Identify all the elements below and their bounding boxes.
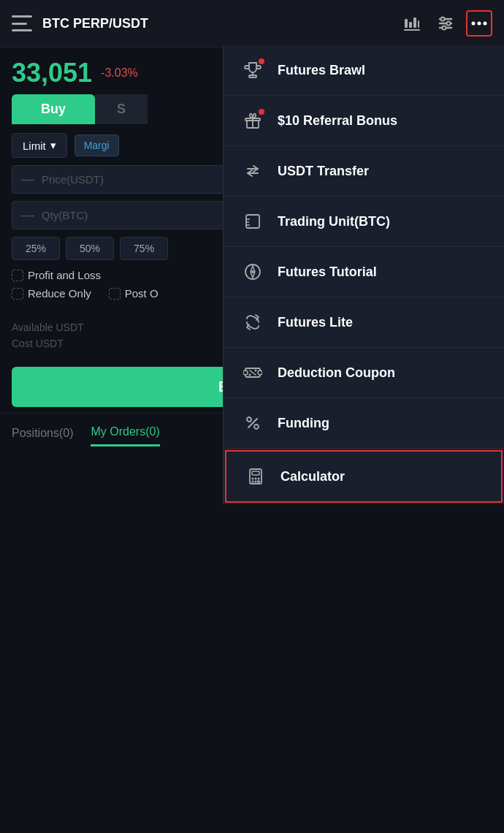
svg-line-30 (250, 370, 256, 375)
svg-point-40 (258, 478, 260, 480)
buy-tab[interactable]: Buy (12, 94, 95, 124)
svg-rect-2 (413, 18, 416, 28)
pct-50-btn[interactable]: 50% (66, 237, 114, 260)
referral-bonus-label: $10 Referral Bonus (278, 113, 397, 129)
sell-tab[interactable]: S (95, 94, 148, 124)
calculator-label: Calculator (280, 469, 345, 484)
futures-brawl-icon (241, 58, 264, 82)
qty-label: Qty(BTC) (42, 209, 88, 221)
funding-label: Funding (278, 416, 329, 431)
svg-line-33 (248, 419, 257, 427)
dropdown-item-futures-tutorial[interactable]: Futures Tutorial (224, 247, 504, 297)
post-only-checkbox-item[interactable]: Post O (109, 287, 159, 300)
dropdown-item-calculator[interactable]: Calculator (225, 450, 503, 503)
post-only-label: Post O (125, 287, 159, 300)
futures-lite-label: Futures Lite (278, 315, 353, 330)
svg-rect-4 (404, 29, 420, 31)
usdt-transfer-label: USDT Transfer (278, 164, 369, 179)
profit-loss-checkbox[interactable] (12, 270, 23, 281)
calculator-icon (244, 465, 267, 488)
futures-lite-icon (241, 311, 264, 334)
dropdown-item-futures-brawl[interactable]: Futures Brawl (224, 45, 504, 96)
svg-point-29 (258, 370, 262, 375)
reduce-only-checkbox[interactable] (12, 288, 23, 300)
price-value: 33,051 (12, 58, 92, 88)
svg-point-39 (255, 478, 257, 480)
svg-point-32 (255, 370, 257, 372)
order-type-dropdown[interactable]: Limit ▾ (12, 133, 67, 158)
pct-75-btn[interactable]: 75% (120, 237, 168, 260)
price-label: Price(USDT) (42, 173, 104, 186)
svg-rect-16 (249, 75, 256, 77)
svg-rect-0 (405, 19, 408, 28)
post-only-checkbox[interactable] (109, 288, 121, 300)
deduction-coupon-icon (241, 361, 264, 384)
futures-tutorial-label: Futures Tutorial (278, 265, 377, 280)
dropdown-item-referral-bonus[interactable]: $10 Referral Bonus (224, 96, 504, 146)
profit-loss-checkbox-item[interactable]: Profit and Loss (12, 269, 101, 281)
qty-minus: — (21, 208, 34, 223)
profit-loss-label: Profit and Loss (28, 269, 101, 281)
chart-icon-btn[interactable] (399, 10, 425, 37)
dropdown-item-funding[interactable]: Funding (224, 398, 504, 449)
reduce-only-checkbox-item[interactable]: Reduce Only (12, 287, 91, 300)
svg-rect-43 (257, 481, 260, 483)
svg-point-38 (252, 478, 254, 480)
price-minus: — (21, 172, 34, 187)
svg-rect-20 (246, 215, 259, 228)
settings-icon-btn[interactable] (432, 10, 459, 37)
header: BTC PERP/USDT (0, 0, 504, 47)
svg-point-42 (255, 481, 257, 483)
my-orders-tab[interactable]: My Orders(0) (91, 425, 159, 446)
svg-point-11 (472, 22, 476, 26)
reduce-only-label: Reduce Only (28, 287, 91, 300)
header-title: BTC PERP/USDT (42, 16, 399, 31)
svg-point-8 (441, 18, 445, 21)
svg-rect-1 (409, 22, 412, 28)
more-icon-btn[interactable] (466, 10, 492, 37)
price-change: -3.03% (101, 66, 138, 80)
svg-point-31 (249, 374, 251, 376)
deduction-coupon-label: Deduction Coupon (278, 365, 395, 381)
svg-point-10 (443, 26, 446, 30)
menu-icon[interactable] (12, 15, 32, 31)
svg-point-41 (252, 481, 254, 483)
dropdown-item-usdt-transfer[interactable]: USDT Transfer (224, 146, 504, 197)
dropdown-menu: Futures Brawl$10 Referral BonusUSDT Tran… (223, 45, 504, 504)
futures-brawl-label: Futures Brawl (278, 63, 365, 78)
svg-point-12 (478, 22, 481, 26)
referral-bonus-icon (241, 109, 264, 132)
svg-point-9 (447, 22, 451, 26)
margin-badge[interactable]: Margi (75, 134, 119, 156)
svg-point-28 (243, 370, 248, 375)
svg-point-35 (254, 425, 259, 429)
svg-point-26 (251, 270, 254, 273)
dropdown-item-futures-lite[interactable]: Futures Lite (224, 297, 504, 348)
trading-unit-icon (241, 210, 264, 233)
pct-25-btn[interactable]: 25% (12, 237, 60, 260)
svg-point-34 (247, 417, 251, 422)
order-type-label: Limit (23, 140, 46, 152)
dropdown-item-deduction-coupon[interactable]: Deduction Coupon (224, 348, 504, 398)
svg-rect-37 (252, 471, 259, 475)
dropdown-item-trading-unit[interactable]: Trading Unit(BTC) (224, 197, 504, 247)
trading-unit-label: Trading Unit(BTC) (278, 214, 390, 229)
dropdown-arrow: ▾ (50, 139, 56, 152)
funding-icon (241, 411, 264, 435)
svg-point-13 (484, 22, 487, 26)
header-icons (399, 10, 492, 37)
svg-rect-3 (418, 20, 419, 28)
futures-tutorial-icon (241, 260, 264, 284)
positions-tab[interactable]: Positions(0) (12, 427, 73, 446)
usdt-transfer-icon (241, 159, 264, 183)
